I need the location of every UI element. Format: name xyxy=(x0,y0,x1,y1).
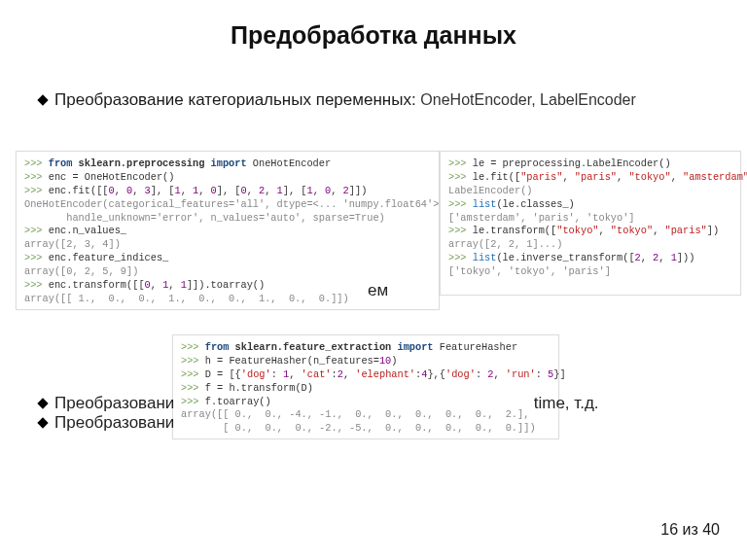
slide-title: Предобработка данных xyxy=(0,21,747,50)
bullet-item-1: Преобразование категориальных переменных… xyxy=(39,89,708,112)
page-number: 16 из 40 xyxy=(660,521,720,539)
bullet-text-2-post: time, т.д. xyxy=(534,394,599,412)
bullet-encoders: OneHotEncoder, LabelEncoder xyxy=(420,91,635,108)
code-labelencoder: >>> le = preprocessing.LabelEncoder() >>… xyxy=(440,151,741,296)
code-featurehasher: >>> from sklearn.feature_extraction impo… xyxy=(172,334,559,439)
bullet-item-3: Преобразовани xyxy=(39,413,174,433)
occluded-fragment-em: ем xyxy=(368,281,388,300)
diamond-icon xyxy=(37,417,48,428)
slide: Предобработка данных Преобразование кате… xyxy=(0,0,747,560)
bullet-text-1: Преобразование категориальных переменных… xyxy=(54,90,420,109)
diamond-icon xyxy=(37,398,48,408)
bullets-block: Преобразование категориальных переменных… xyxy=(39,89,708,118)
bullet-text-3: Преобразовани xyxy=(54,413,174,432)
diamond-icon xyxy=(37,94,48,105)
bullet-item-2: Преобразовани time, т.д. xyxy=(39,394,599,413)
bullet-text-2-pre: Преобразовани xyxy=(54,394,174,412)
